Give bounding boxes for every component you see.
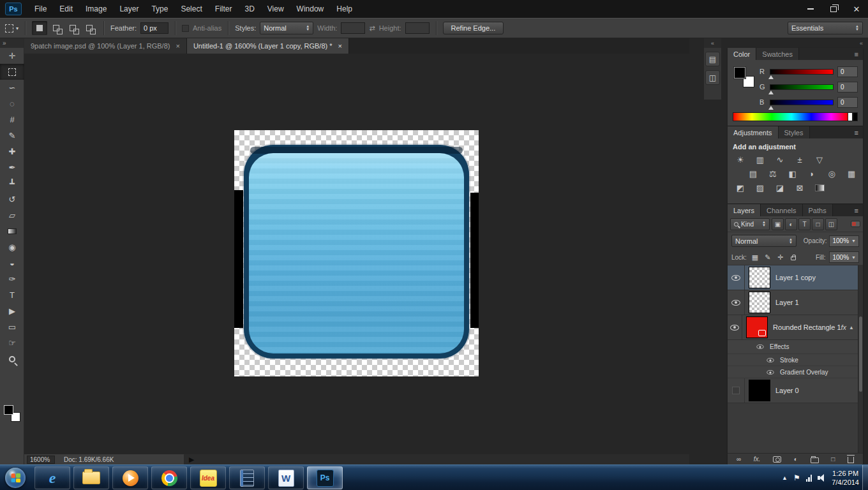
workspace-dropdown[interactable]: Essentials ▲▼ <box>788 22 863 34</box>
menu-type[interactable]: Type <box>145 0 174 18</box>
menu-help[interactable]: Help <box>330 0 359 18</box>
restore-button[interactable] <box>822 0 845 18</box>
menu-filter[interactable]: Filter <box>209 0 239 18</box>
foreground-color-swatch[interactable] <box>734 67 745 78</box>
expand-panels-icon[interactable]: « <box>704 38 721 48</box>
brightness-contrast-adjustment-icon[interactable]: ☀ <box>734 155 747 165</box>
blur-tool[interactable]: ◉ <box>0 239 24 255</box>
layer-fx-badge[interactable]: fx <box>841 323 847 331</box>
shape-filter-icon[interactable]: □ <box>812 218 824 230</box>
history-brush-tool[interactable]: ↺ <box>0 191 24 207</box>
eraser-tool[interactable]: ▱ <box>0 207 24 223</box>
vibrance-adjustment-icon[interactable]: ▽ <box>813 155 826 165</box>
smart-object-filter-icon[interactable]: ◫ <box>825 218 837 230</box>
layer-style-icon[interactable]: fx. <box>754 456 761 463</box>
fill-dropdown[interactable]: 100% ▼ <box>829 251 859 263</box>
slider-thumb-icon[interactable] <box>768 106 774 110</box>
toolbar-collapse-icon[interactable]: » <box>0 38 24 48</box>
taskbar-idea-button[interactable]: Idea <box>190 466 226 489</box>
layer-filter-toggle[interactable] <box>851 221 860 227</box>
scrollbar-thumb[interactable] <box>859 316 862 392</box>
rectangle-tool[interactable]: ▭ <box>0 319 24 335</box>
hue-saturation-adjustment-icon[interactable]: ▤ <box>747 169 760 179</box>
add-layer-mask-icon[interactable] <box>773 456 781 463</box>
layers-scrollbar[interactable] <box>858 265 863 453</box>
dodge-tool[interactable]: ◒ <box>0 255 24 271</box>
taskbar-word-button[interactable]: W <box>268 466 304 489</box>
channel-slider-g[interactable] <box>770 84 834 90</box>
lock-position-icon[interactable]: ✛ <box>776 253 785 262</box>
menu-view[interactable]: View <box>261 0 290 18</box>
levels-adjustment-icon[interactable]: ▥ <box>754 155 767 165</box>
taskbar-notes-button[interactable] <box>229 466 265 489</box>
tab-close-icon[interactable]: × <box>176 42 179 50</box>
curves-adjustment-icon[interactable]: ∿ <box>774 155 786 165</box>
visibility-eye-icon[interactable] <box>731 300 740 306</box>
spectrum-black-swatch[interactable] <box>853 112 858 121</box>
posterize-adjustment-icon[interactable]: ▨ <box>754 183 767 193</box>
lock-transparency-icon[interactable]: ▦ <box>751 253 760 262</box>
channel-value-input[interactable]: 0 <box>837 97 858 108</box>
black-white-adjustment-icon[interactable]: ◧ <box>786 169 799 179</box>
new-selection-button[interactable] <box>32 21 47 35</box>
visibility-eye-icon[interactable] <box>731 275 740 281</box>
document-tab-1[interactable]: 9patch image.psd @ 100% (Layer 1, RGB/8)… <box>24 38 187 54</box>
swap-dimensions-icon[interactable]: ⇄ <box>369 24 375 33</box>
spot-healing-tool[interactable]: ✚ <box>0 144 24 160</box>
layer-effect-row-stroke[interactable]: Stroke <box>728 354 858 366</box>
channel-slider-r[interactable] <box>770 69 834 75</box>
menu-file[interactable]: File <box>28 0 53 18</box>
taskbar-file-explorer-button[interactable] <box>73 466 109 489</box>
clock[interactable]: 1:26 PM 7/4/2014 <box>832 469 859 487</box>
exposure-adjustment-icon[interactable]: ± <box>793 155 806 165</box>
volume-icon[interactable] <box>818 474 826 482</box>
tab-layers[interactable]: Layers <box>728 204 761 216</box>
show-desktop-button[interactable] <box>862 465 868 490</box>
taskbar-chrome-button[interactable] <box>151 466 187 489</box>
close-button[interactable]: ✕ <box>845 0 868 18</box>
menu-3d[interactable]: 3D <box>238 0 260 18</box>
visibility-empty-icon[interactable] <box>732 387 740 394</box>
lasso-tool[interactable]: ∽ <box>0 80 24 96</box>
lock-all-icon[interactable] <box>789 254 798 260</box>
tab-close-icon[interactable]: × <box>338 42 342 50</box>
zoom-tool[interactable] <box>0 351 24 367</box>
layer-thumbnail[interactable] <box>749 267 770 288</box>
layer-effect-row-effects[interactable]: Effects <box>728 340 858 354</box>
color-swatch-pair[interactable] <box>734 67 754 87</box>
height-input[interactable] <box>405 22 430 34</box>
menu-layer[interactable]: Layer <box>113 0 145 18</box>
foreground-color-swatch[interactable] <box>4 405 13 415</box>
opacity-dropdown[interactable]: 100% ▼ <box>829 235 859 247</box>
adjustments-panel-menu-icon[interactable]: ≡ <box>850 126 863 138</box>
subtract-from-selection-button[interactable] <box>65 21 80 35</box>
slider-thumb-icon[interactable] <box>768 75 774 79</box>
eyedropper-tool[interactable]: ✎ <box>0 128 24 144</box>
intersect-selection-button[interactable] <box>82 21 97 35</box>
gradient-map-adjustment-icon[interactable] <box>813 183 826 193</box>
show-hidden-icons-button[interactable]: ▲ <box>782 475 788 481</box>
tab-styles[interactable]: Styles <box>779 126 810 138</box>
tool-preset-picker[interactable]: ▾ <box>5 24 19 33</box>
threshold-adjustment-icon[interactable]: ◪ <box>774 183 786 193</box>
foreground-background-swatches[interactable] <box>4 405 20 422</box>
gradient-tool[interactable] <box>0 223 24 239</box>
feather-input[interactable]: 0 px <box>140 22 168 34</box>
clone-stamp-tool[interactable]: ┻ <box>0 175 24 191</box>
tab-swatches[interactable]: Swatches <box>756 48 799 60</box>
pen-tool[interactable]: ✑ <box>0 271 24 287</box>
visibility-cell[interactable] <box>728 290 745 315</box>
histogram-panel-icon[interactable]: ▤ <box>705 52 720 66</box>
layer-effect-row-gradient-overlay[interactable]: Gradient Overlay <box>728 366 858 378</box>
anti-alias-checkbox[interactable] <box>182 25 189 32</box>
style-dropdown[interactable]: Normal ▲▼ <box>260 22 313 34</box>
menu-select[interactable]: Select <box>174 0 208 18</box>
menu-window[interactable]: Window <box>290 0 331 18</box>
menu-image[interactable]: Image <box>79 0 113 18</box>
canvas-area[interactable] <box>24 54 689 454</box>
layer-row-rounded-rectangle-1[interactable]: Rounded Rectangle 1fx▲ <box>728 315 858 340</box>
taskbar-photoshop-button[interactable]: Ps <box>307 466 343 489</box>
hand-tool[interactable]: ☞ <box>0 335 24 351</box>
tab-channels[interactable]: Channels <box>761 204 802 216</box>
layer-thumbnail[interactable] <box>749 292 770 313</box>
